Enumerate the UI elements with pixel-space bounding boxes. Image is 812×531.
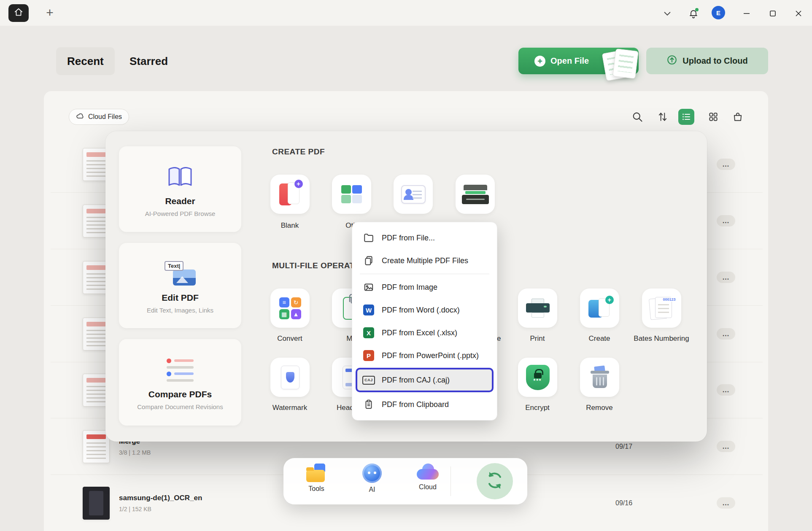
partial-tile-label: e xyxy=(497,334,501,343)
menu-item-pdf-from-powerpoint[interactable]: P PDF from PowerPoint (.pptx) xyxy=(356,344,494,367)
tile-scanner[interactable] xyxy=(456,175,495,214)
tile-label-print: Print xyxy=(504,334,571,343)
table-icon xyxy=(341,185,362,203)
blank-page-icon: + xyxy=(279,182,301,207)
tile-other[interactable] xyxy=(332,175,371,214)
compare-pdfs-card[interactable]: Compare PDFs Compare Document Revisions xyxy=(119,339,241,426)
ai-icon xyxy=(362,464,382,483)
tile-remove[interactable] xyxy=(580,358,619,397)
trash-icon xyxy=(590,366,610,389)
tile-convert[interactable]: ≡↻▦▲ xyxy=(270,288,310,328)
upload-arrow-icon xyxy=(666,54,677,67)
close-button[interactable] xyxy=(792,7,805,20)
word-icon: W xyxy=(362,304,375,316)
edit-pdf-icon: Text| xyxy=(165,261,196,286)
edit-pdf-card[interactable]: Text| Edit PDF Edit Text, Images, Links xyxy=(119,243,241,328)
reader-subtitle: AI-Powered PDF Browse xyxy=(145,210,216,217)
new-tab-button[interactable]: + xyxy=(42,5,57,20)
tile-label-bates: Bates Numbering xyxy=(628,334,695,343)
file-meta: 3/8 | 1.2 MB xyxy=(119,449,151,456)
maximize-button[interactable] xyxy=(766,7,780,20)
tile-print[interactable] xyxy=(518,288,557,328)
cloud-files-filter[interactable]: Cloud Files xyxy=(69,109,129,125)
dock-item-cloud[interactable]: Cloud xyxy=(409,464,447,491)
menu-item-pdf-from-image[interactable]: PDF from Image xyxy=(356,276,494,299)
tile-blank[interactable]: + xyxy=(270,175,310,214)
powerpoint-icon: P xyxy=(362,349,375,362)
convert-circle-button[interactable] xyxy=(477,463,513,499)
photo-icon xyxy=(173,270,196,286)
tile-watermark[interactable] xyxy=(270,358,310,397)
create-pdf-menu: PDF from File... Create Multiple PDF Fil… xyxy=(352,222,497,420)
reader-card[interactable]: Reader AI-Powered PDF Browse xyxy=(119,146,241,232)
menu-item-create-multiple[interactable]: Create Multiple PDF Files xyxy=(356,249,494,272)
multi-file-heading: MULTI-FILE OPERAT xyxy=(272,261,355,270)
bates-number-badge: 000123 xyxy=(662,297,676,302)
dock-item-ai[interactable]: AI xyxy=(353,464,391,493)
upload-label: Upload to Cloud xyxy=(683,56,747,66)
home-tab-button[interactable] xyxy=(8,4,29,22)
list-view-toggle-active[interactable] xyxy=(678,109,694,125)
encrypt-stars: *** xyxy=(533,380,542,382)
app-window: + E Recent Starred + Open File Uploa xyxy=(0,0,812,531)
menu-item-pdf-from-excel[interactable]: X PDF from Excel (.xlsx) xyxy=(356,321,494,344)
upload-to-cloud-button[interactable]: Upload to Cloud xyxy=(646,48,768,74)
open-file-button[interactable]: + Open File xyxy=(518,48,639,74)
tab-recent[interactable]: Recent xyxy=(56,47,115,75)
circular-arrows-icon xyxy=(485,471,504,492)
compare-pdfs-subtitle: Compare Document Revisions xyxy=(137,403,223,410)
edit-pdf-title: Edit PDF xyxy=(162,293,199,303)
watermark-icon xyxy=(281,366,299,389)
reader-title: Reader xyxy=(165,196,195,206)
compare-icon xyxy=(167,358,194,382)
menu-item-pdf-from-word[interactable]: W PDF from Word (.docx) xyxy=(356,299,494,321)
file-meta: 1/2 | 152 KB xyxy=(119,506,202,512)
tile-bates[interactable]: 000123 xyxy=(642,288,681,328)
tools-icon xyxy=(306,464,326,482)
id-card-icon xyxy=(401,185,426,204)
more-actions-button[interactable]: … xyxy=(717,272,735,283)
shield-lock-icon: *** xyxy=(526,365,550,390)
more-actions-button[interactable]: … xyxy=(717,328,735,340)
menu-item-pdf-from-caj[interactable]: CAJ PDF from CAJ (.caj) xyxy=(356,368,494,392)
more-actions-button[interactable]: … xyxy=(717,384,735,396)
clipboard-icon xyxy=(362,398,375,411)
sort-icon[interactable] xyxy=(655,109,671,125)
floating-dock: Tools AI Cloud xyxy=(283,458,527,504)
excel-icon: X xyxy=(362,326,375,339)
file-name: samsung-de(1)_OCR_en xyxy=(119,494,202,502)
menu-item-pdf-from-file[interactable]: PDF from File... xyxy=(356,226,494,249)
tile-label-watermark: Watermark xyxy=(256,404,324,412)
more-actions-button[interactable]: … xyxy=(717,215,735,226)
convert-icon: ≡↻▦▲ xyxy=(279,297,301,319)
tile-encrypt[interactable]: *** xyxy=(518,358,557,397)
create-doc-icon: + xyxy=(588,298,611,318)
search-icon[interactable] xyxy=(629,109,645,125)
open-file-label: Open File xyxy=(550,56,589,66)
notifications-bell-icon[interactable] xyxy=(687,7,700,20)
menu-item-pdf-from-clipboard[interactable]: PDF from Clipboard xyxy=(356,393,494,416)
file-thumbnail xyxy=(83,430,110,463)
tile-label-convert: Convert xyxy=(256,334,324,343)
chevron-down-icon[interactable] xyxy=(661,7,674,20)
tile-form[interactable] xyxy=(394,175,433,214)
more-actions-button[interactable]: … xyxy=(717,441,735,452)
cloud-colored-icon xyxy=(417,464,439,480)
more-actions-button[interactable]: … xyxy=(717,159,735,170)
tile-label-encrypt: Encrypt xyxy=(504,404,571,412)
tab-starred[interactable]: Starred xyxy=(129,47,168,75)
grid-view-toggle[interactable] xyxy=(705,109,721,125)
bates-pages-icon: 000123 xyxy=(650,297,674,320)
tile-label-create: Create xyxy=(566,334,633,343)
tile-create[interactable]: + xyxy=(580,288,619,328)
create-pdf-heading: CREATE PDF xyxy=(272,147,325,156)
tile-label-blank: Blank xyxy=(256,221,324,230)
dock-item-tools[interactable]: Tools xyxy=(297,464,335,493)
avatar[interactable]: E xyxy=(712,6,725,19)
menu-divider xyxy=(360,274,489,274)
titlebar: + E xyxy=(0,0,812,26)
file-thumbnail xyxy=(83,487,110,520)
store-icon[interactable] xyxy=(730,109,746,125)
more-actions-button[interactable]: … xyxy=(717,497,735,509)
minimize-button[interactable] xyxy=(740,7,753,20)
